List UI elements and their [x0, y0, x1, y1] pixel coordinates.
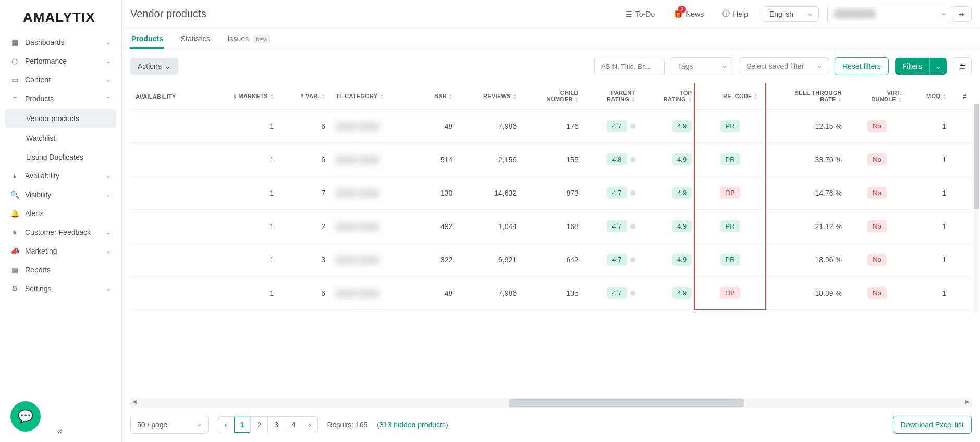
nav-settings[interactable]: ⚙ Settings ⌄	[0, 279, 121, 298]
sort-icon[interactable]: ▲▼	[942, 93, 946, 100]
scroll-left-arrow[interactable]: ◀	[132, 399, 137, 404]
page-3[interactable]: 3	[268, 417, 285, 433]
reset-filters-button[interactable]: Reset filters	[835, 57, 889, 75]
sort-icon[interactable]: ▲▼	[631, 97, 635, 103]
cell-bsr: 322	[415, 243, 458, 277]
cell-child: 135	[522, 277, 584, 310]
nav-products[interactable]: ≡ Products ⌄	[0, 89, 121, 108]
page-2[interactable]: 2	[251, 417, 268, 433]
language-select[interactable]: English	[763, 6, 819, 22]
col-markets[interactable]: # MARKETS▲▼	[205, 83, 279, 110]
page-4[interactable]: 4	[285, 417, 302, 433]
table-row[interactable]: 16████ ████487,9861354.74.9OB18.39 %No1	[130, 277, 972, 310]
cell-bundle: No	[847, 210, 907, 243]
col-moq[interactable]: MOQ▲▼	[907, 83, 951, 110]
nav-customer-feedback[interactable]: ★ Customer Feedback ⌄	[0, 223, 121, 242]
cell-bundle: No	[847, 143, 907, 176]
sort-icon[interactable]: ▲▼	[898, 97, 902, 103]
info-icon[interactable]	[630, 224, 635, 229]
page-1[interactable]: 1	[234, 417, 251, 433]
table-row[interactable]: 12████ ████4921,0441684.74.9PR21.12 %No1	[130, 210, 972, 243]
col-extra[interactable]: #	[951, 83, 972, 110]
chevron-down-icon: ⌄	[106, 285, 111, 292]
tab-products[interactable]: Products	[130, 29, 164, 48]
info-icon[interactable]	[630, 190, 635, 196]
help-link[interactable]: ⓘ Help	[722, 9, 748, 19]
col-sell_through[interactable]: SELL THROUGHRATE▲▼	[763, 83, 847, 110]
account-select[interactable]: ████████	[827, 6, 952, 22]
info-icon[interactable]	[630, 157, 635, 162]
sort-icon[interactable]: ▲▼	[688, 97, 692, 103]
scroll-right-arrow[interactable]: ▶	[965, 399, 970, 404]
todo-link[interactable]: ☰ To-Do	[626, 10, 655, 18]
horizontal-scrollbar[interactable]: ◀ ▶	[130, 398, 972, 408]
news-link[interactable]: 🎁 2 News	[673, 10, 704, 18]
nav-content[interactable]: ▭ Content ⌄	[0, 70, 121, 89]
exit-button[interactable]: ⇥	[952, 6, 972, 22]
vscroll-thumb[interactable]	[974, 104, 979, 209]
sort-icon[interactable]: ▲▼	[449, 93, 452, 100]
nav-reports[interactable]: ▥ Reports	[0, 260, 121, 279]
nav-settings-label: Settings	[25, 284, 106, 293]
sort-icon[interactable]: ▲▼	[322, 93, 325, 100]
col-var[interactable]: # VAR.▲▼	[279, 83, 330, 110]
table-row[interactable]: 16████ ████487,9861764.74.9PR12.15 %No1	[130, 110, 972, 143]
hidden-products-link[interactable]: 313 hidden products	[379, 421, 446, 429]
filters-dropdown-button[interactable]: ⌄	[929, 58, 947, 75]
cell-var: 3	[279, 243, 330, 277]
folder-button[interactable]: 🗀	[953, 57, 972, 75]
tab-statistics[interactable]: Statistics	[180, 29, 211, 48]
nav-performance[interactable]: ◷ Performance ⌄	[0, 52, 121, 70]
col-re_code[interactable]: RE. CODE▲▼	[697, 83, 763, 110]
col-top_rating[interactable]: TOPRATING▲▼	[641, 83, 697, 110]
info-icon[interactable]	[630, 257, 635, 262]
col-bsr[interactable]: BSR▲▼	[415, 83, 458, 110]
col-reviews[interactable]: REVIEWS▲▼	[458, 83, 522, 110]
col-parent_rating[interactable]: PARENTRATING▲▼	[584, 83, 641, 110]
nav-visibility[interactable]: 🔍 Visibility ⌄	[0, 185, 121, 204]
chat-fab[interactable]: 💬	[10, 401, 41, 432]
filters-button[interactable]: Filters	[895, 58, 929, 75]
nav-visibility-label: Visibility	[25, 190, 106, 199]
nav-listing-duplicates[interactable]: Listing Duplicates	[0, 148, 121, 166]
cell-markets: 1	[205, 143, 279, 176]
info-icon[interactable]	[630, 291, 635, 296]
sort-icon[interactable]: ▲▼	[575, 97, 579, 103]
info-icon[interactable]	[630, 124, 635, 129]
vertical-scrollbar[interactable]	[974, 104, 979, 313]
download-excel-button[interactable]: Download Excel list	[893, 416, 972, 434]
search-input[interactable]	[594, 58, 665, 75]
nav-content-label: Content	[25, 76, 106, 84]
sort-icon[interactable]: ▲▼	[380, 93, 384, 100]
nav-vendor-products[interactable]: Vendor products	[5, 109, 116, 128]
scrollbar-thumb[interactable]	[509, 399, 744, 407]
sort-icon[interactable]: ▲▼	[754, 93, 758, 100]
cell-var: 6	[279, 277, 330, 310]
nav-watchlist[interactable]: Watchlist	[0, 129, 121, 148]
sort-icon[interactable]: ▲▼	[270, 93, 274, 100]
nav-marketing[interactable]: 📣 Marketing ⌄	[0, 242, 121, 260]
sort-icon[interactable]: ▲▼	[513, 93, 517, 100]
table-row[interactable]: 16████ ████5142,1561554.84.9PR33.70 %No1	[130, 143, 972, 176]
col-availability[interactable]: AVAILABILITY	[130, 83, 205, 110]
cell-child: 873	[522, 176, 584, 210]
page-size-select[interactable]: 50 / page	[130, 416, 209, 434]
page-prev[interactable]: ‹	[218, 417, 234, 433]
col-tl_category[interactable]: TL CATEGORY▲▼	[330, 83, 416, 110]
table-row[interactable]: 13████ ████3226,9216424.74.9PR18.96 %No1	[130, 243, 972, 277]
cell-child: 155	[522, 143, 584, 176]
tags-select[interactable]: Tags	[671, 57, 733, 75]
nav-availability[interactable]: 🌡 Availability ⌄	[0, 166, 121, 185]
table-row[interactable]: 17████ ████13014,6328734.74.9OB14.76 %No…	[130, 176, 972, 210]
saved-filter-select[interactable]: Select saved filter	[740, 57, 828, 75]
news-badge: 2	[678, 6, 686, 13]
cell-top-rating: 4.9	[641, 210, 697, 243]
tab-issues[interactable]: Issues beta	[227, 29, 272, 48]
nav-alerts[interactable]: 🔔 Alerts	[0, 204, 121, 223]
col-child_number[interactable]: CHILDNUMBER▲▼	[522, 83, 584, 110]
nav-dashboards[interactable]: ▦ Dashboards ⌄	[0, 33, 121, 52]
page-next[interactable]: ›	[302, 417, 317, 433]
col-virt_bundle[interactable]: VIRT.BUNDLE▲▼	[847, 83, 907, 110]
actions-button[interactable]: Actions ⌄	[130, 58, 178, 75]
sort-icon[interactable]: ▲▼	[838, 97, 842, 103]
